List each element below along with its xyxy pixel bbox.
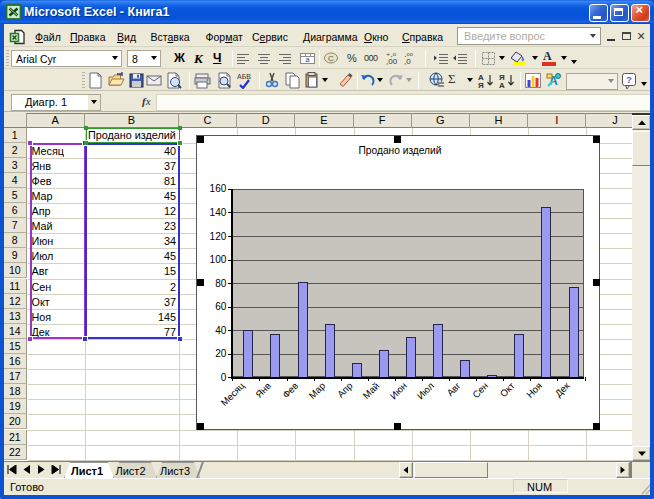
svg-text:a: a (306, 56, 310, 63)
svg-text:С: С (328, 54, 334, 63)
svg-text:?: ? (626, 75, 632, 85)
svg-text:Я: Я (478, 81, 484, 89)
svg-text:А: А (499, 81, 505, 89)
svg-text:АБВ: АБВ (237, 73, 251, 80)
